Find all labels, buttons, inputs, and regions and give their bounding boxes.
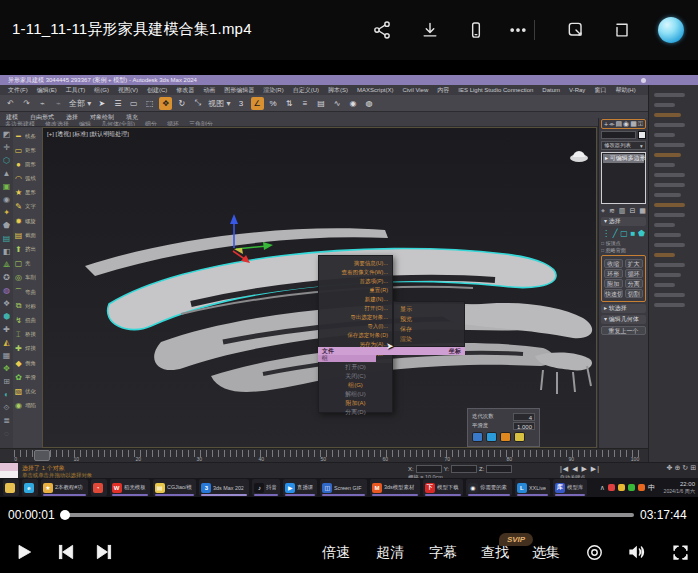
toolbar-tool-icon[interactable]: ▭: [127, 97, 140, 110]
menu-item[interactable]: 图形编辑器: [224, 86, 254, 95]
taskbar-app-button[interactable]: ♪ 抖音: [252, 479, 280, 496]
more-button[interactable]: [506, 18, 530, 42]
viewport-nav-icon[interactable]: ✥: [667, 464, 673, 472]
tool-icon[interactable]: ▤: [3, 233, 11, 244]
script-tool-button[interactable]: ━ 线条: [14, 130, 41, 142]
object-name-field[interactable]: [601, 131, 636, 139]
tray-icon-green[interactable]: [628, 484, 635, 491]
toolbar-tool-icon[interactable]: ➤: [95, 97, 108, 110]
panel-button[interactable]: 扩大: [625, 259, 644, 268]
tray-expand-icon[interactable]: ∧: [600, 484, 605, 492]
script-tool-button[interactable]: ✎ 文字: [14, 201, 41, 213]
tray-icon-orange[interactable]: [638, 484, 645, 491]
taskbar-app-button[interactable]: 3 3ds Max 2024: [199, 479, 249, 496]
toolbar-tool-icon[interactable]: ⌁: [36, 97, 49, 110]
ime-indicator[interactable]: 中: [648, 483, 655, 493]
toolbar-tool-icon[interactable]: ✥: [159, 97, 172, 110]
stack-button[interactable]: ⌖: [601, 207, 605, 215]
stack-button[interactable]: ▥: [619, 207, 626, 215]
rollout-edit-geometry[interactable]: ▾ 编辑几何体: [601, 315, 646, 324]
x-field[interactable]: [416, 465, 442, 473]
ignore-backface-checkbox[interactable]: □ 忽略背面: [601, 247, 639, 253]
taskbar-app-button[interactable]: L XXLive: [515, 479, 550, 496]
toolbar-tool-icon[interactable]: ▤: [315, 97, 328, 110]
command-panel-tab[interactable]: ▤: [616, 120, 623, 128]
tray-icon-red[interactable]: [608, 484, 615, 491]
ribbon-panel-label[interactable]: 修改选择: [40, 120, 74, 127]
tool-icon[interactable]: ◍: [3, 285, 10, 296]
menu-item[interactable]: 编辑(E): [37, 86, 57, 95]
tool-icon[interactable]: ◭: [3, 337, 9, 348]
toolbar-tool-icon[interactable]: %: [267, 97, 280, 110]
floater-button-yellow[interactable]: [514, 432, 525, 442]
floater-button-blue1[interactable]: [472, 432, 483, 442]
script-tool-button[interactable]: ⧉ 对称: [14, 300, 41, 312]
taskbar-app-button[interactable]: W 稻壳模板: [110, 479, 150, 496]
next-button[interactable]: [92, 540, 116, 564]
toolbar-tool-icon[interactable]: ↶: [4, 97, 17, 110]
maxscript-mini-listener[interactable]: [0, 463, 18, 471]
context-menu-item[interactable]: 首选项(P)...: [328, 277, 388, 285]
panel-button[interactable]: 收缩: [604, 259, 623, 268]
iterations-value[interactable]: 4: [513, 413, 535, 421]
context-menu-item[interactable]: 查看图像文件(W)...: [328, 268, 388, 276]
script-tool-button[interactable]: ⬆ 挤出: [14, 244, 41, 256]
context-submenu-item[interactable]: 渲染: [400, 335, 458, 344]
subobject-icon[interactable]: ╱: [613, 229, 618, 238]
tool-icon[interactable]: ◐: [4, 389, 9, 400]
context-menu-item[interactable]: 打开(O): [323, 363, 388, 372]
menu-item[interactable]: Datum: [542, 87, 560, 93]
stack-item-editable-poly[interactable]: ▸ 可编辑多边形: [603, 154, 644, 163]
script-tool-button[interactable]: ● 圆形: [14, 158, 41, 170]
subobject-icon[interactable]: ⬟: [638, 229, 645, 238]
tray-clock[interactable]: 22:00 2024/1/6 周六: [658, 481, 695, 495]
panel-button[interactable]: 循环: [625, 269, 644, 278]
subtitle-button[interactable]: 字幕: [429, 544, 457, 562]
tool-icon[interactable]: ⟁: [3, 259, 10, 270]
script-tool-button[interactable]: ↯ 扭曲: [14, 314, 41, 326]
smoothness-value[interactable]: 1.000: [513, 422, 535, 430]
viewport-nav-icon[interactable]: ↻: [682, 464, 688, 472]
tool-icon[interactable]: ▣: [3, 181, 11, 192]
tool-icon[interactable]: ❖: [3, 298, 10, 309]
toolbar-tool-icon[interactable]: ∿: [331, 97, 344, 110]
tray-icon-yellow[interactable]: [618, 484, 625, 491]
panel-button[interactable]: 分离: [625, 279, 644, 288]
playback-controls[interactable]: |◀ ◀ ▶ ▶|: [560, 465, 600, 473]
command-panel-tab[interactable]: ◉: [623, 120, 629, 128]
menu-item[interactable]: IES Light Studio Connection: [458, 87, 533, 93]
taskbar-app-button[interactable]: ◉ 你需要的素: [466, 479, 512, 496]
menu-item[interactable]: 工具(T): [66, 86, 86, 95]
menu-item[interactable]: 组(G): [94, 86, 109, 95]
menu-item[interactable]: 窗口: [594, 86, 606, 95]
tool-icon[interactable]: ◧: [3, 246, 11, 257]
context-menu-item[interactable]: 导出选定对象...: [328, 313, 388, 321]
ribbon-panel-label[interactable]: 多边形建模: [0, 120, 40, 127]
script-tool-button[interactable]: ◠ 弧线: [14, 173, 41, 185]
download-button[interactable]: [418, 18, 442, 42]
taskbar-app-button[interactable]: [3, 479, 19, 496]
script-tool-button[interactable]: ▧ 优化: [14, 385, 41, 397]
tool-icon[interactable]: ✦: [3, 207, 10, 218]
menu-item[interactable]: 创建(C): [147, 86, 167, 95]
tool-icon[interactable]: ⬟: [3, 220, 10, 231]
episodes-button[interactable]: 选集: [532, 544, 560, 562]
script-tool-button[interactable]: ◆ 倒角: [14, 357, 41, 369]
find-button[interactable]: 查找: [481, 544, 509, 562]
toolbar-tool-icon[interactable]: ⇅: [283, 97, 296, 110]
command-panel-tab[interactable]: ▦: [630, 120, 637, 128]
ribbon-panel-label[interactable]: 几何体(全部): [96, 120, 140, 127]
tool-icon[interactable]: ⬢: [3, 311, 10, 322]
ribbon-panel-label[interactable]: 循环: [162, 120, 184, 127]
menu-item[interactable]: 视图(V): [118, 86, 138, 95]
menu-item[interactable]: 动画: [203, 86, 215, 95]
floater-button-blue2[interactable]: [486, 432, 497, 442]
toolbar-tool-icon[interactable]: ⌁: [52, 97, 65, 110]
stack-button[interactable]: ⊟: [629, 207, 635, 215]
speed-button[interactable]: 倍速: [322, 544, 350, 562]
dock-window-button[interactable]: [610, 18, 634, 42]
tool-icon[interactable]: ◌: [4, 428, 9, 439]
context-menu-item[interactable]: 解组(U): [323, 390, 388, 399]
menu-item[interactable]: 帮助(H): [615, 86, 635, 95]
tool-icon[interactable]: ◉: [3, 194, 10, 205]
